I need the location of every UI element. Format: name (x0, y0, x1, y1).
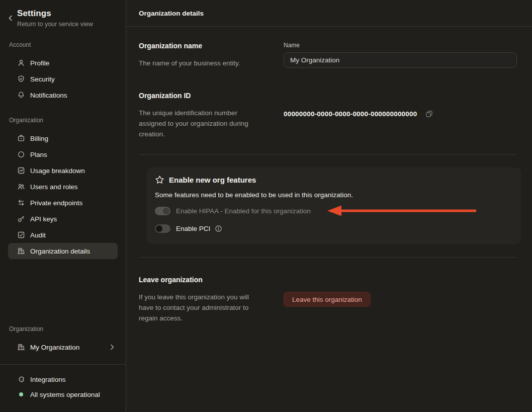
sidebar: Settings Return to your service view Acc… (0, 0, 126, 412)
organization-id-section: Organization ID The unique identificatio… (139, 92, 517, 139)
hipaa-toggle-row: Enable HIPAA - Enabled for this organiza… (155, 205, 513, 216)
sidebar-item-security[interactable]: Security (8, 71, 118, 87)
sidebar-item-label: Private endpoints (30, 199, 82, 207)
transfer-arrows-icon (17, 199, 25, 207)
org-name-heading: Organization name (139, 42, 272, 50)
integrations-label: Integrations (30, 376, 66, 383)
section-divider (139, 257, 517, 258)
bell-icon (17, 91, 25, 99)
sidebar-footer: Integrations All systems operational (0, 365, 126, 412)
sidebar-item-label: Plans (30, 151, 47, 158)
main-panel: Organization details Organization name T… (126, 0, 532, 412)
page-title: Organization details (139, 10, 204, 17)
sidebar-item-billing[interactable]: Billing (8, 130, 118, 146)
organization-name-input[interactable] (284, 52, 517, 68)
sidebar-item-label: Audit (30, 231, 46, 239)
name-field-label: Name (284, 42, 517, 49)
hipaa-toggle[interactable] (155, 207, 170, 215)
user-icon (17, 59, 25, 67)
info-icon[interactable] (215, 225, 222, 232)
sidebar-item-plans[interactable]: Plans (8, 146, 118, 162)
system-status-link[interactable]: All systems operational (8, 387, 118, 402)
sidebar-item-private-endpoints[interactable]: Private endpoints (8, 195, 118, 211)
organization-id-value: 00000000-0000-0000-0000-000000000000 (284, 110, 417, 118)
sidebar-item-users-and-roles[interactable]: Users and roles (8, 179, 118, 195)
annotation-arrow-icon (327, 204, 476, 217)
pci-toggle-row: Enable PCI (155, 223, 513, 234)
chevron-left-icon[interactable] (8, 15, 13, 21)
organization-name-section: Organization name The name of your busin… (139, 42, 517, 68)
section-label-account: Account (0, 41, 126, 48)
sidebar-item-label: Notifications (30, 92, 67, 99)
sidebar-item-label: Usage breakdown (30, 167, 85, 175)
sidebar-item-label: Profile (30, 59, 49, 67)
organization-nav: Billing Plans Usage breakdown Users and … (8, 130, 118, 259)
wallet-icon (17, 134, 25, 142)
hipaa-toggle-label: Enable HIPAA - Enabled for this organiza… (176, 207, 311, 215)
sidebar-item-label: Billing (30, 135, 48, 142)
sidebar-item-api-keys[interactable]: API keys (8, 211, 118, 227)
status-label: All systems operational (30, 391, 100, 398)
org-switcher-value: My Organization (30, 344, 79, 351)
building-icon (17, 247, 25, 255)
sidebar-item-audit[interactable]: Audit (8, 227, 118, 243)
features-card-description: Some features need to be enabled to be u… (155, 191, 513, 199)
org-id-description: The unique identification number assigne… (139, 108, 264, 139)
enable-features-card: Enable new org features Some features ne… (147, 168, 521, 244)
circle-icon (17, 150, 25, 158)
sidebar-item-notifications[interactable]: Notifications (8, 87, 118, 103)
org-id-heading: Organization ID (139, 92, 272, 100)
integrations-link[interactable]: Integrations (8, 372, 118, 387)
sidebar-item-label: Organization details (30, 248, 90, 255)
users-icon (17, 183, 25, 191)
puzzle-icon (17, 375, 25, 383)
building-icon (17, 343, 25, 351)
org-switcher-label: Organization (0, 325, 126, 333)
sidebar-item-profile[interactable]: Profile (8, 55, 118, 71)
leave-org-description: If you leave this organization you will … (139, 292, 264, 323)
org-switcher[interactable]: My Organization (8, 339, 118, 355)
copy-icon[interactable] (425, 110, 433, 118)
section-label-organization: Organization (0, 117, 126, 124)
chart-icon (17, 167, 25, 175)
sidebar-header: Settings Return to your service view (0, 0, 126, 28)
sidebar-item-label: Users and roles (30, 183, 78, 191)
audit-check-icon (17, 231, 25, 239)
main-content: Organization name The name of your busin… (126, 27, 532, 323)
key-icon (17, 215, 25, 223)
pci-toggle[interactable] (155, 224, 170, 233)
leave-organization-section: Leave organization If you leave this org… (139, 276, 517, 323)
settings-app: Settings Return to your service view Acc… (0, 0, 532, 412)
features-card-title: Enable new org features (169, 176, 256, 184)
sidebar-subtitle[interactable]: Return to your service view (17, 21, 93, 28)
star-icon (155, 175, 164, 185)
leave-org-heading: Leave organization (139, 276, 272, 284)
sidebar-item-organization-details[interactable]: Organization details (8, 243, 118, 259)
sidebar-title: Settings (17, 9, 93, 19)
status-dot-icon (19, 392, 23, 396)
shield-check-icon (17, 75, 25, 83)
account-nav: Profile Security Notifications (8, 55, 118, 103)
org-name-description: The name of your business entity. (139, 58, 264, 68)
section-divider (139, 154, 517, 155)
main-header: Organization details (126, 0, 532, 27)
pci-toggle-label: Enable PCI (176, 225, 210, 232)
chevron-right-icon (110, 344, 115, 350)
sidebar-item-usage-breakdown[interactable]: Usage breakdown (8, 162, 118, 179)
sidebar-item-label: API keys (30, 215, 57, 223)
sidebar-item-label: Security (30, 75, 55, 83)
leave-organization-button[interactable]: Leave this organization (284, 292, 371, 307)
